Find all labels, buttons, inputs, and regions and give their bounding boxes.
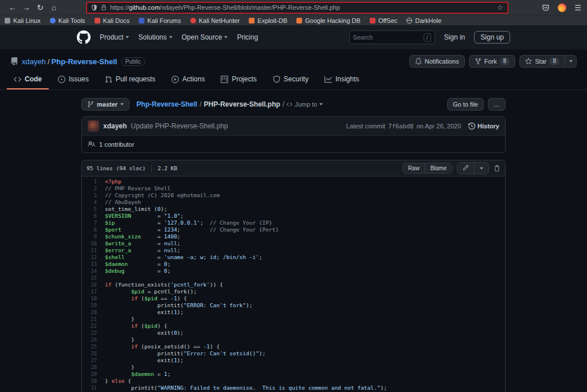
line-number[interactable]: 4: [82, 199, 105, 206]
tab-security[interactable]: Security: [266, 71, 315, 89]
raw-button[interactable]: Raw: [403, 163, 425, 173]
line-number[interactable]: 6: [82, 213, 105, 219]
tab-code[interactable]: Code: [7, 71, 49, 89]
line-number[interactable]: 20: [82, 309, 105, 316]
line-number[interactable]: 28: [82, 364, 105, 371]
line-number[interactable]: 12: [82, 254, 105, 261]
branch-selector[interactable]: master: [81, 98, 130, 111]
back-button[interactable]: ←: [6, 3, 19, 11]
line-number[interactable]: 27: [82, 357, 105, 364]
line-number[interactable]: 17: [82, 288, 105, 295]
line-number[interactable]: 7: [82, 219, 105, 226]
line-number[interactable]: 11: [82, 247, 105, 254]
search-input[interactable]: [353, 34, 424, 41]
tab-issues[interactable]: Issues: [51, 71, 96, 89]
sign-up-button[interactable]: Sign up: [474, 31, 510, 44]
code-line: 23 exit(0);: [82, 330, 505, 336]
line-number[interactable]: 23: [82, 330, 105, 336]
home-button[interactable]: ⌂: [47, 3, 61, 11]
line-number[interactable]: 14: [82, 268, 105, 275]
star-button[interactable]: Star 8: [519, 55, 565, 68]
screen: ← → ↻ ⌂ https://github.com/xdayeh/Php-Re…: [0, 0, 587, 392]
line-number[interactable]: 26: [82, 350, 105, 357]
tab-projects[interactable]: Projects: [214, 71, 263, 89]
edit-dropdown-button[interactable]: [474, 163, 488, 174]
commit-hash-link[interactable]: 7f6abd8: [388, 123, 413, 130]
bookmark-item[interactable]: Google Hacking DB: [296, 17, 361, 24]
line-number[interactable]: 19: [82, 302, 105, 309]
pocket-icon[interactable]: [542, 3, 550, 11]
jump-to-button[interactable]: Jump to: [287, 101, 323, 108]
tab-actions[interactable]: Actions: [165, 71, 212, 89]
line-number[interactable]: 2: [82, 185, 105, 192]
line-number[interactable]: 16: [82, 281, 105, 288]
nav-pricing[interactable]: Pricing: [237, 33, 258, 41]
blame-button[interactable]: Blame: [425, 163, 452, 173]
nav-product[interactable]: Product: [100, 33, 129, 41]
more-options-button[interactable]: …: [488, 98, 506, 111]
repo-header: xdayeh/Php-Reverse-Shell Public Notifica…: [0, 49, 587, 71]
bookmark-item[interactable]: Kali Docs: [95, 17, 130, 24]
avatar[interactable]: [88, 120, 99, 132]
bookmark-item[interactable]: DarkHole: [406, 17, 441, 24]
raw-blame-group: Raw Blame: [402, 163, 452, 174]
lock-icon[interactable]: [101, 5, 107, 10]
line-number[interactable]: 1: [82, 178, 105, 185]
line-number[interactable]: 3: [82, 192, 105, 199]
nav-open-source[interactable]: Open Source: [182, 33, 228, 41]
bookmark-item[interactable]: Exploit-DB: [249, 17, 287, 24]
go-to-file-button[interactable]: Go to file: [447, 98, 484, 111]
code-line: 9$chunk_size = 1400;: [82, 233, 505, 240]
menu-icon[interactable]: ☰: [574, 3, 581, 12]
history-button[interactable]: History: [468, 123, 499, 130]
nav-solutions[interactable]: Solutions: [138, 33, 172, 41]
commit-message-link[interactable]: Update PHP-Reverse-Shell.php: [131, 122, 228, 130]
bookmark-star-icon[interactable]: ☆: [497, 3, 503, 11]
star-dropdown-button[interactable]: [565, 55, 577, 68]
line-number[interactable]: 10: [82, 240, 105, 247]
breadcrumb-repo-link[interactable]: Php-Reverse-Shell: [136, 100, 197, 108]
tab-pull-requests[interactable]: Pull requests: [98, 71, 162, 89]
line-number[interactable]: 9: [82, 233, 105, 240]
bookmark-item[interactable]: Kali NetHunter: [190, 17, 240, 24]
contributors-count: 1 contributor: [99, 141, 134, 148]
url-bar[interactable]: https://github.com/xdayeh/Php-Reverse-Sh…: [86, 2, 508, 14]
notifications-button[interactable]: Notifications: [409, 55, 465, 68]
line-number[interactable]: 5: [82, 206, 105, 213]
sign-in-link[interactable]: Sign in: [444, 33, 465, 41]
line-number[interactable]: 22: [82, 323, 105, 330]
repo-name-link[interactable]: Php-Reverse-Shell: [52, 57, 118, 66]
code-text: $chunk_size = 1400;: [105, 233, 181, 240]
bookmark-item[interactable]: Kali Forums: [139, 17, 181, 24]
line-number[interactable]: 15: [82, 275, 105, 281]
tracking-shield-icon[interactable]: [91, 5, 97, 11]
line-number[interactable]: 24: [82, 336, 105, 343]
reload-button[interactable]: ↻: [33, 3, 47, 11]
edit-button[interactable]: [457, 163, 474, 174]
forward-button[interactable]: →: [19, 3, 33, 11]
bookmark-item[interactable]: OffSec: [370, 17, 397, 24]
code-line: 29 $daemon = 1;: [82, 371, 505, 378]
fork-button[interactable]: Fork 8: [469, 55, 516, 68]
line-number[interactable]: 30: [82, 378, 105, 385]
commit-author-link[interactable]: xdayeh: [103, 122, 127, 130]
firefox-account-icon[interactable]: [558, 3, 566, 12]
github-logo-icon[interactable]: [77, 30, 91, 44]
code-text: if (posix_setsid() == -1) {: [105, 343, 220, 350]
github-page: Product Solutions Open Source Pricing / …: [0, 25, 587, 392]
bookmark-item[interactable]: Kali Linux: [5, 17, 41, 24]
line-number[interactable]: 18: [82, 295, 105, 302]
tab-insights[interactable]: Insights: [318, 71, 366, 89]
line-number[interactable]: 31: [82, 385, 105, 391]
line-number[interactable]: 25: [82, 343, 105, 350]
line-number[interactable]: 8: [82, 226, 105, 233]
bookmark-item[interactable]: Kali Tools: [50, 17, 85, 24]
delete-button[interactable]: [494, 165, 500, 172]
search-box[interactable]: /: [349, 30, 435, 44]
line-number[interactable]: 21: [82, 316, 105, 323]
bookmark-label: Google Hacking DB: [305, 17, 361, 24]
contributors-row[interactable]: 1 contributor: [82, 135, 505, 152]
line-number[interactable]: 29: [82, 371, 105, 378]
repo-owner-link[interactable]: xdayeh: [22, 57, 46, 66]
line-number[interactable]: 13: [82, 261, 105, 268]
